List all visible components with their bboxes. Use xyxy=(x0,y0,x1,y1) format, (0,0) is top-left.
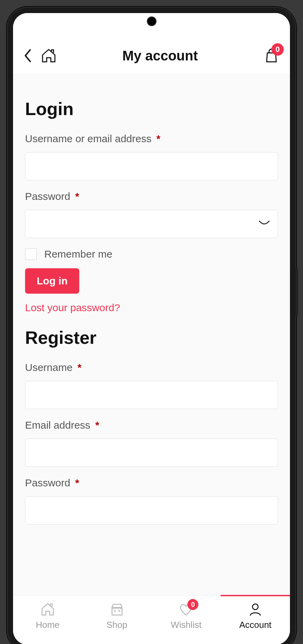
label-text: Password xyxy=(25,477,70,488)
required-marker: * xyxy=(75,477,79,488)
user-icon xyxy=(248,602,263,617)
nav-wishlist[interactable]: 0 Wishlist xyxy=(152,596,221,635)
nav-label: Shop xyxy=(106,620,127,630)
login-password-label: Password * xyxy=(25,191,278,202)
register-username-input[interactable] xyxy=(25,381,278,409)
login-button[interactable]: Log in xyxy=(25,268,79,294)
nav-shop[interactable]: Shop xyxy=(82,596,152,635)
register-username-label: Username * xyxy=(25,362,278,373)
page-title: My account xyxy=(57,48,263,64)
nav-label: Home xyxy=(36,620,59,630)
required-marker: * xyxy=(156,133,161,144)
register-email-label: Email address * xyxy=(25,419,278,431)
required-marker: * xyxy=(78,362,82,373)
power-button-frame xyxy=(295,268,298,316)
login-username-label: Username or email address * xyxy=(25,133,278,145)
label-text: Username or email address xyxy=(25,133,151,144)
label-text: Password xyxy=(25,191,70,202)
label-text: Username xyxy=(25,362,72,373)
remember-me-checkbox[interactable] xyxy=(25,248,37,260)
home-icon[interactable] xyxy=(40,47,57,64)
nav-home[interactable]: Home xyxy=(13,596,82,635)
nav-label: Wishlist xyxy=(171,620,202,630)
content-scroll[interactable]: Login Username or email address * Passwo… xyxy=(13,75,290,595)
cart-button[interactable]: 0 xyxy=(263,47,280,64)
label-text: Email address xyxy=(25,419,90,431)
login-heading: Login xyxy=(25,99,278,119)
svg-point-0 xyxy=(253,604,258,610)
lost-password-link[interactable]: Lost your password? xyxy=(25,302,278,314)
nav-account[interactable]: Account xyxy=(221,596,290,635)
register-password-label: Password * xyxy=(25,477,278,489)
register-heading: Register xyxy=(25,327,278,348)
required-marker: * xyxy=(95,419,99,431)
register-password-input[interactable] xyxy=(25,496,278,524)
shop-icon xyxy=(109,602,125,617)
cart-badge: 0 xyxy=(271,43,284,56)
bottom-nav: Home Shop 0 Wishlist Account xyxy=(13,595,290,644)
home-icon xyxy=(40,602,55,617)
wishlist-badge: 0 xyxy=(187,599,198,610)
login-password-input[interactable] xyxy=(25,210,278,238)
back-icon[interactable] xyxy=(23,48,32,63)
required-marker: * xyxy=(75,191,79,202)
camera-notch xyxy=(147,16,156,26)
register-email-input[interactable] xyxy=(25,439,278,467)
login-username-input[interactable] xyxy=(25,152,278,180)
remember-me-label: Remember me xyxy=(44,248,112,260)
eye-icon[interactable] xyxy=(259,221,270,227)
nav-label: Account xyxy=(239,620,271,630)
